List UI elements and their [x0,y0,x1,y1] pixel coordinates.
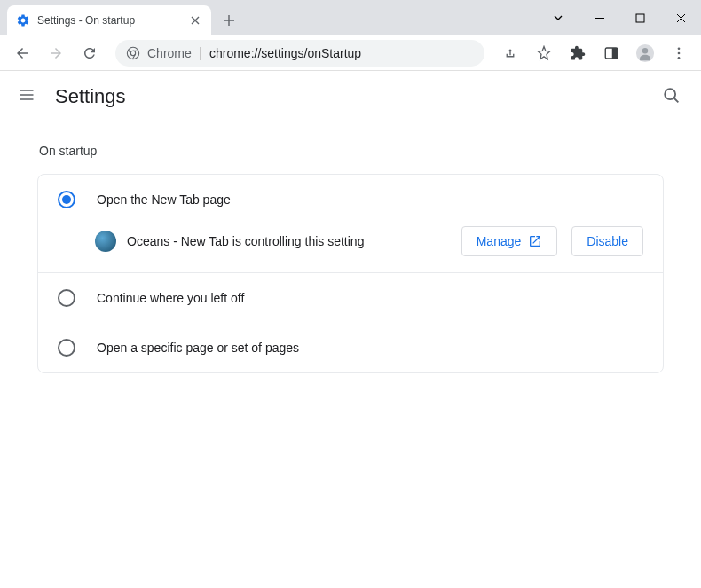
disable-button-label: Disable [587,234,628,248]
svg-rect-0 [636,14,644,22]
browser-toolbar: Chrome | chrome://settings/onStartup [0,35,701,71]
radio-unselected-icon [58,339,75,357]
omnibox-divider: | [199,45,202,61]
omnibox-scheme-label: Chrome [147,46,192,60]
radio-selected-icon [58,191,75,208]
window-maximize-button[interactable] [619,0,660,35]
chrome-logo-icon [126,46,140,60]
address-bar[interactable]: Chrome | chrome://settings/onStartup [115,40,484,67]
settings-header: Settings [0,71,701,122]
extension-notice-row: Oceans - New Tab is controlling this set… [38,217,663,273]
svg-point-8 [678,51,681,54]
svg-point-9 [678,56,681,59]
manage-button-label: Manage [477,234,522,248]
side-panel-icon[interactable] [596,38,626,68]
radio-label: Open a specific page or set of pages [97,341,299,355]
radio-unselected-icon [58,289,75,307]
radio-label: Open the New Tab page [97,192,231,207]
share-icon[interactable] [495,38,525,68]
browser-tab[interactable]: Settings - On startup [7,5,211,35]
svg-point-10 [665,89,675,99]
window-controls [538,0,701,35]
forward-button[interactable] [41,38,71,68]
radio-specific-pages[interactable]: Open a specific page or set of pages [38,323,663,372]
disable-button[interactable]: Disable [571,226,643,256]
radio-open-new-tab[interactable]: Open the New Tab page [38,175,663,217]
profile-avatar-icon[interactable] [630,38,660,68]
window-minimize-button[interactable] [579,0,619,35]
extension-notice-text: Oceans - New Tab is controlling this set… [127,234,447,248]
tab-close-button[interactable] [188,13,202,27]
section-heading: On startup [39,144,664,158]
open-external-icon [528,234,542,248]
hamburger-menu-icon[interactable] [18,86,39,107]
page-title: Settings [55,85,662,108]
svg-point-6 [642,48,648,53]
search-icon[interactable] [662,86,683,107]
new-tab-button[interactable] [217,8,241,33]
window-close-button[interactable] [660,0,701,35]
back-button[interactable] [7,38,37,68]
manage-button[interactable]: Manage [461,226,558,256]
settings-content: On startup Open the New Tab page Oceans … [0,122,701,395]
radio-label: Continue where you left off [97,291,244,305]
chevron-down-icon[interactable] [538,0,579,35]
settings-gear-icon [16,13,30,27]
tab-title-text: Settings - On startup [37,14,181,27]
svg-point-7 [678,47,681,50]
extension-globe-icon [95,231,116,252]
window-titlebar: Settings - On startup [0,0,701,35]
bookmark-star-icon[interactable] [529,38,559,68]
svg-rect-4 [612,48,618,59]
startup-options-card: Open the New Tab page Oceans - New Tab i… [37,174,664,373]
omnibox-url-text: chrome://settings/onStartup [209,46,361,60]
reload-button[interactable] [75,38,105,68]
extensions-puzzle-icon[interactable] [563,38,593,68]
radio-continue-left-off[interactable]: Continue where you left off [38,273,663,323]
kebab-menu-icon[interactable] [664,38,694,68]
